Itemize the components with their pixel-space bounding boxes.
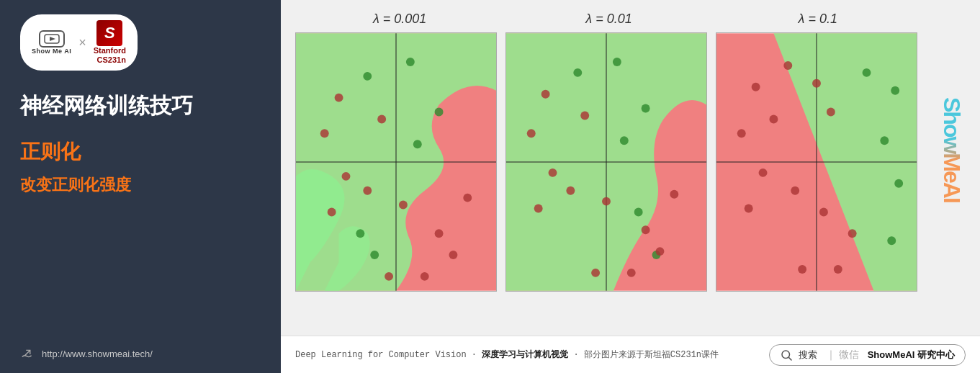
bottom-caption: Deep Learning for Computer Vision · 深度学习… bbox=[295, 349, 719, 361]
svg-point-64 bbox=[834, 265, 842, 274]
watermark: ShowMeAI bbox=[930, 7, 973, 292]
svg-point-43 bbox=[591, 269, 600, 277]
chart-label-1: λ = 0.001 bbox=[299, 12, 500, 27]
search-label: ShowMeAI 研究中心 bbox=[868, 349, 955, 361]
svg-point-22 bbox=[385, 272, 393, 281]
svg-point-56 bbox=[769, 114, 778, 123]
svg-point-14 bbox=[342, 172, 351, 181]
svg-point-9 bbox=[356, 229, 364, 238]
search-box[interactable]: 搜索 ｜ 微信 ShowMeAI 研究中心 bbox=[769, 344, 966, 366]
svg-point-39 bbox=[642, 225, 650, 234]
svg-point-8 bbox=[413, 140, 422, 148]
svg-point-52 bbox=[752, 83, 760, 91]
svg-point-34 bbox=[580, 112, 589, 120]
svg-point-51 bbox=[887, 236, 896, 245]
svg-point-13 bbox=[377, 114, 386, 123]
search-icon bbox=[780, 349, 793, 361]
link-icon bbox=[20, 346, 36, 361]
section-label: 正则化 bbox=[20, 138, 261, 166]
showmeai-label: Show Me AI bbox=[32, 48, 71, 55]
chart-labels: λ = 0.001 λ = 0.01 λ = 0.1 bbox=[295, 12, 966, 27]
svg-point-7 bbox=[435, 108, 444, 117]
svg-point-20 bbox=[449, 251, 457, 259]
content-area: λ = 0.001 λ = 0.01 λ = 0.1 bbox=[281, 0, 980, 373]
svg-point-35 bbox=[549, 168, 557, 177]
svg-point-40 bbox=[670, 190, 678, 199]
svg-point-10 bbox=[370, 251, 379, 259]
svg-point-21 bbox=[421, 272, 429, 281]
charts-row: ShowMeAI bbox=[295, 32, 966, 336]
search-divider: ｜ 微信 bbox=[826, 349, 859, 361]
svg-point-6 bbox=[406, 58, 415, 66]
svg-point-37 bbox=[566, 186, 575, 195]
chart-3-svg bbox=[716, 33, 917, 291]
bottom-bar: Deep Learning for Computer Vision · 深度学习… bbox=[281, 336, 980, 373]
svg-point-33 bbox=[527, 129, 536, 138]
svg-point-15 bbox=[328, 208, 336, 217]
svg-point-48 bbox=[891, 86, 899, 95]
svg-point-61 bbox=[819, 208, 828, 217]
chart-2 bbox=[505, 32, 707, 292]
website-url: http://www.showmeai.tech/ bbox=[42, 349, 153, 359]
svg-point-5 bbox=[363, 72, 372, 81]
svg-point-60 bbox=[791, 186, 799, 195]
chart-label-3: λ = 0.1 bbox=[717, 12, 919, 27]
svg-point-42 bbox=[627, 269, 636, 277]
svg-point-11 bbox=[335, 94, 343, 102]
svg-point-49 bbox=[880, 136, 889, 145]
showmeai-logo: Show Me AI bbox=[32, 30, 71, 55]
chart-1 bbox=[295, 32, 497, 292]
svg-point-62 bbox=[848, 229, 857, 238]
svg-point-12 bbox=[320, 129, 329, 138]
svg-point-29 bbox=[620, 136, 629, 145]
stanford-s-icon: S bbox=[96, 20, 122, 46]
svg-point-57 bbox=[827, 108, 835, 117]
svg-point-36 bbox=[534, 205, 543, 213]
website-link[interactable]: http://www.showmeai.tech/ bbox=[20, 334, 261, 361]
svg-point-17 bbox=[399, 201, 408, 210]
svg-point-41 bbox=[656, 247, 665, 256]
main-title: 神经网络训练技巧 bbox=[20, 91, 261, 121]
stanford-text: Stanford CS231n bbox=[94, 46, 126, 65]
svg-point-19 bbox=[463, 194, 472, 202]
svg-point-18 bbox=[435, 229, 444, 238]
svg-point-59 bbox=[745, 205, 753, 213]
svg-point-30 bbox=[634, 208, 643, 217]
svg-point-16 bbox=[363, 186, 372, 195]
logo-bar: Show Me AI × S Stanford CS231n bbox=[20, 14, 138, 71]
sidebar: Show Me AI × S Stanford CS231n 神经网络训练技巧 … bbox=[0, 0, 281, 373]
svg-point-58 bbox=[759, 168, 768, 177]
svg-point-50 bbox=[894, 179, 903, 188]
chart-2-svg bbox=[506, 33, 706, 291]
svg-point-65 bbox=[782, 351, 790, 359]
watermark-text: ShowMeAI bbox=[938, 97, 965, 202]
cross-icon: × bbox=[78, 35, 86, 50]
svg-point-55 bbox=[737, 129, 746, 138]
section-sublabel: 改变正则化强度 bbox=[20, 174, 261, 196]
chart-1-svg bbox=[296, 33, 496, 291]
svg-point-38 bbox=[602, 197, 611, 206]
search-prefix: 搜索 bbox=[799, 349, 817, 361]
svg-point-53 bbox=[783, 61, 792, 70]
chart-3 bbox=[716, 32, 917, 292]
charts-area: λ = 0.001 λ = 0.01 λ = 0.1 bbox=[281, 0, 980, 336]
svg-point-27 bbox=[613, 58, 621, 66]
showmeai-icon bbox=[39, 30, 65, 48]
chart-label-2: λ = 0.01 bbox=[508, 12, 709, 27]
svg-point-32 bbox=[541, 90, 550, 99]
svg-marker-1 bbox=[50, 37, 55, 41]
svg-point-28 bbox=[642, 104, 650, 113]
svg-line-66 bbox=[788, 357, 791, 360]
svg-point-63 bbox=[798, 265, 806, 274]
svg-point-26 bbox=[573, 68, 582, 77]
svg-point-47 bbox=[863, 68, 871, 77]
stanford-logo: S Stanford CS231n bbox=[94, 20, 126, 65]
svg-point-54 bbox=[812, 79, 821, 88]
